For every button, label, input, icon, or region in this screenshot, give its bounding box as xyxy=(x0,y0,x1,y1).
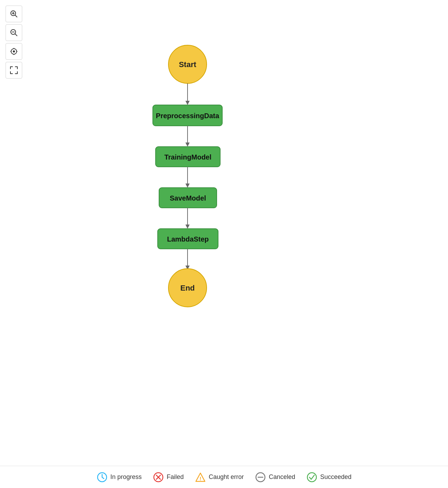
end-label: End xyxy=(180,284,195,292)
canceled-label: Canceled xyxy=(269,473,295,481)
legend: In progress Failed ! Caught error xyxy=(0,466,448,488)
failed-label: Failed xyxy=(167,473,184,481)
legend-item-canceled: Canceled xyxy=(255,472,295,483)
failed-icon xyxy=(153,472,164,483)
legend-item-succeeded: Succeeded xyxy=(306,472,351,483)
arrow-1-head xyxy=(185,101,190,105)
caught-error-label: Caught error xyxy=(209,473,244,481)
training-label: TrainingModel xyxy=(164,153,211,161)
arrow-4-head xyxy=(185,225,190,229)
flow-diagram: Start PreprocessingData TrainingModel Sa… xyxy=(0,0,448,466)
succeeded-label: Succeeded xyxy=(320,473,351,481)
legend-item-failed: Failed xyxy=(153,472,184,483)
legend-item-caught-error: ! Caught error xyxy=(195,472,244,483)
in-progress-label: In progress xyxy=(110,473,142,481)
caught-error-icon: ! xyxy=(195,472,206,483)
lambdastep-label: LambdaStep xyxy=(167,235,209,243)
svg-text:!: ! xyxy=(200,476,201,481)
canceled-icon xyxy=(255,472,266,483)
legend-item-in-progress: In progress xyxy=(97,472,142,483)
savemodel-label: SaveModel xyxy=(170,194,206,202)
svg-point-21 xyxy=(307,473,316,482)
succeeded-icon xyxy=(306,472,317,483)
arrow-3-head xyxy=(185,184,190,188)
start-label: Start xyxy=(179,60,197,69)
preprocessing-label: PreprocessingData xyxy=(156,112,219,120)
in-progress-icon xyxy=(97,472,108,483)
arrow-2-head xyxy=(185,143,190,147)
